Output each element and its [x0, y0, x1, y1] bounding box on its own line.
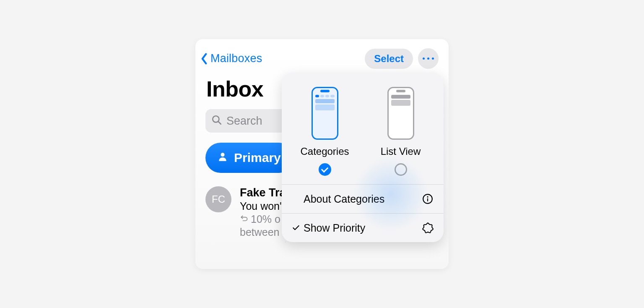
mail-subject: You won' — [240, 200, 286, 212]
avatar: FC — [205, 186, 231, 212]
select-label: Select — [374, 53, 404, 64]
more-button[interactable] — [418, 48, 439, 69]
option-label: Categories — [300, 146, 349, 157]
mail-preview-line-1: 10% o — [240, 213, 286, 225]
ellipsis-icon — [421, 57, 435, 60]
divider — [285, 242, 286, 242]
svg-point-4 — [427, 196, 428, 198]
priority-icon — [422, 222, 434, 234]
info-icon — [422, 193, 434, 205]
show-priority-row[interactable]: Show Priority — [282, 214, 444, 242]
svg-point-2 — [221, 153, 224, 157]
about-categories-label: About Categories — [304, 193, 422, 205]
view-options-popover: Categories List View About Categories — [282, 73, 444, 242]
back-label: Mailboxes — [210, 52, 262, 65]
mail-inbox-screen: Mailboxes Select Inbox Search Primary FC… — [195, 39, 449, 269]
option-label: List View — [381, 146, 421, 157]
radio-checked-icon — [319, 163, 331, 176]
chevron-left-icon — [200, 53, 208, 65]
svg-rect-5 — [427, 198, 428, 201]
avatar-initials: FC — [212, 193, 225, 205]
search-placeholder: Search — [226, 115, 262, 128]
nav-bar: Mailboxes Select — [195, 39, 449, 69]
radio-empty-icon — [395, 163, 407, 176]
tab-primary-label: Primary — [234, 151, 281, 165]
view-option-categories[interactable]: Categories — [287, 87, 363, 176]
back-button[interactable]: Mailboxes — [200, 52, 262, 65]
person-icon — [217, 151, 228, 165]
search-icon — [211, 115, 222, 127]
checkmark-icon — [292, 224, 304, 232]
select-button[interactable]: Select — [365, 49, 413, 69]
phone-icon — [312, 87, 338, 140]
mail-sender: Fake Tra — [240, 186, 286, 199]
mail-preview-line-2: between — [240, 226, 286, 238]
svg-line-1 — [218, 122, 221, 124]
view-option-list-view[interactable]: List View — [363, 87, 439, 176]
about-categories-row[interactable]: About Categories — [282, 185, 444, 213]
tab-primary[interactable]: Primary — [205, 143, 294, 173]
phone-icon — [387, 87, 414, 140]
show-priority-label: Show Priority — [304, 222, 422, 234]
reply-icon — [240, 213, 248, 225]
